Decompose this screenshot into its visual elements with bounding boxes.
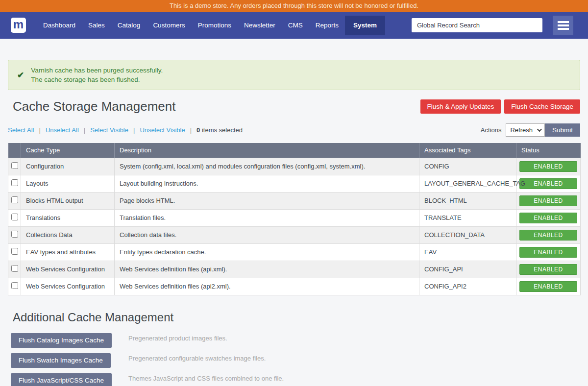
status-badge: ENABLED <box>519 178 577 189</box>
success-message: ✔ Varnish cache has been purged successf… <box>8 60 580 90</box>
status-badge: ENABLED <box>519 264 577 275</box>
table-row: Collections Data Collection data files. … <box>8 226 581 243</box>
grid-toolbar: Select All | Unselect All | Select Visib… <box>8 123 580 137</box>
nav-item-dashboard[interactable]: Dashboard <box>37 16 82 35</box>
flush-swatch-images-button[interactable]: Flush Swatch Images Cache <box>11 353 111 368</box>
status-badge: ENABLED <box>519 195 577 206</box>
row-checkbox[interactable] <box>11 231 18 238</box>
table-header-row: Cache Type Description Associated Tags S… <box>8 143 581 158</box>
demo-store-banner: This is a demo store. Any orders placed … <box>0 0 588 12</box>
row-checkbox[interactable] <box>11 248 18 255</box>
additional-cache-actions: Flush Catalog Images Cache Pregenerated … <box>8 333 580 386</box>
top-navigation: m Dashboard Sales Catalog Customers Prom… <box>0 12 588 39</box>
header-associated-tags: Associated Tags <box>419 143 516 158</box>
submit-button[interactable]: Submit <box>545 123 580 137</box>
cache-type-cell: Collections Data <box>21 226 115 243</box>
cache-type-cell: Web Services Configuration <box>21 261 115 278</box>
page-actions: Flush & Apply Updates Flush Cache Storag… <box>420 99 580 114</box>
unselect-visible-link[interactable]: Unselect Visible <box>140 126 185 134</box>
row-checkbox[interactable] <box>11 214 18 220</box>
description-cell: Layout building instructions. <box>115 175 419 192</box>
table-row: Translations Translation files. TRANSLAT… <box>8 209 581 226</box>
tags-cell: TRANSLATE <box>419 209 516 226</box>
cache-action-row: Flush JavaScript/CSS Cache Themes JavaSc… <box>11 373 580 386</box>
cache-types-table: Cache Type Description Associated Tags S… <box>8 143 581 295</box>
nav-menu: Dashboard Sales Catalog Customers Promot… <box>37 16 385 35</box>
page-header: Cache Storage Management Flush & Apply U… <box>8 97 580 116</box>
header-status: Status <box>516 143 581 158</box>
description-cell: Collection data files. <box>115 226 419 243</box>
cache-type-cell: Configuration <box>21 158 115 175</box>
nav-item-system[interactable]: System <box>345 16 385 35</box>
nav-item-cms[interactable]: CMS <box>282 16 309 35</box>
cache-action-row: Flush Catalog Images Cache Pregenerated … <box>11 333 580 348</box>
cache-action-description: Pregenerated product images files. <box>128 335 227 342</box>
magento-logo-icon[interactable]: m <box>11 18 26 33</box>
flush-javascript-css-button[interactable]: Flush JavaScript/CSS Cache <box>11 373 112 386</box>
table-row: Web Services Configuration Web Services … <box>8 278 581 295</box>
cache-type-cell: Layouts <box>21 175 115 192</box>
row-checkbox[interactable] <box>11 162 18 169</box>
unselect-all-link[interactable]: Unselect All <box>46 126 79 134</box>
tags-cell: CONFIG_API2 <box>419 278 516 295</box>
selection-links: Select All | Unselect All | Select Visib… <box>8 126 243 134</box>
table-row: Web Services Configuration Web Services … <box>8 261 581 278</box>
select-visible-link[interactable]: Select Visible <box>90 126 128 134</box>
header-description: Description <box>115 143 419 158</box>
flush-catalog-images-button[interactable]: Flush Catalog Images Cache <box>11 333 112 348</box>
row-checkbox[interactable] <box>11 179 18 186</box>
row-checkbox[interactable] <box>11 196 18 203</box>
status-badge: ENABLED <box>519 247 577 258</box>
tags-cell: CONFIG_API <box>419 261 516 278</box>
status-badge: ENABLED <box>519 230 577 241</box>
nav-item-sales[interactable]: Sales <box>82 16 111 35</box>
nav-item-customers[interactable]: Customers <box>147 16 191 35</box>
global-search-input[interactable] <box>412 18 542 32</box>
description-cell: Translation files. <box>115 209 419 226</box>
description-cell: Entity types declaration cache. <box>115 243 419 261</box>
cache-type-cell: EAV types and attributes <box>21 243 115 261</box>
actions-select[interactable]: Refresh <box>506 123 545 137</box>
header-checkbox-column <box>8 143 21 158</box>
description-cell: Page blocks HTML. <box>115 192 419 209</box>
cache-type-cell: Web Services Configuration <box>21 278 115 295</box>
description-cell: System (config.xml, local.xml) and modul… <box>115 158 419 175</box>
cache-type-cell: Blocks HTML output <box>21 192 115 209</box>
row-checkbox[interactable] <box>11 282 18 289</box>
mass-actions: Actions Refresh Submit <box>481 123 580 137</box>
tags-cell: CONFIG <box>419 158 516 175</box>
nav-item-newsletter[interactable]: Newsletter <box>238 16 282 35</box>
tags-cell: COLLECTION_DATA <box>419 226 516 243</box>
description-cell: Web Services definition files (api2.xml)… <box>115 278 419 295</box>
row-checkbox[interactable] <box>11 265 18 272</box>
table-row: EAV types and attributes Entity types de… <box>8 243 581 261</box>
success-message-line2: The cache storage has been flushed. <box>31 75 163 84</box>
nav-item-reports[interactable]: Reports <box>309 16 345 35</box>
table-row: Layouts Layout building instructions. LA… <box>8 175 581 192</box>
cache-action-description: Themes JavaScript and CSS files combined… <box>128 375 284 382</box>
chevron-down-icon <box>537 127 542 132</box>
hamburger-menu-icon[interactable] <box>553 16 573 35</box>
table-row: Configuration System (config.xml, local.… <box>8 158 581 175</box>
header-cache-type: Cache Type <box>21 143 115 158</box>
nav-item-catalog[interactable]: Catalog <box>111 16 147 35</box>
nav-item-promotions[interactable]: Promotions <box>192 16 238 35</box>
description-cell: Web Services definition files (api.xml). <box>115 261 419 278</box>
items-selected-count: 0 items selected <box>196 126 243 134</box>
actions-label: Actions <box>481 126 502 134</box>
select-all-link[interactable]: Select All <box>8 126 34 134</box>
success-message-line1: Varnish cache has been purged successful… <box>31 66 163 75</box>
tags-cell: LAYOUT_GENERAL_CACHE_TAG <box>419 175 516 192</box>
page-content: ✔ Varnish cache has been purged successf… <box>0 60 588 386</box>
cache-action-row: Flush Swatch Images Cache Pregenerated c… <box>11 353 580 368</box>
flush-apply-updates-button[interactable]: Flush & Apply Updates <box>420 99 501 114</box>
cache-action-description: Pregenerated configurable swatches image… <box>128 355 266 362</box>
status-badge: ENABLED <box>519 213 577 223</box>
cache-type-cell: Translations <box>21 209 115 226</box>
flush-cache-storage-button[interactable]: Flush Cache Storage <box>504 99 580 114</box>
tags-cell: EAV <box>419 243 516 261</box>
status-badge: ENABLED <box>519 161 577 172</box>
tags-cell: BLOCK_HTML <box>419 192 516 209</box>
checkmark-icon: ✔ <box>17 70 24 80</box>
additional-cache-title: Additional Cache Management <box>13 310 580 325</box>
